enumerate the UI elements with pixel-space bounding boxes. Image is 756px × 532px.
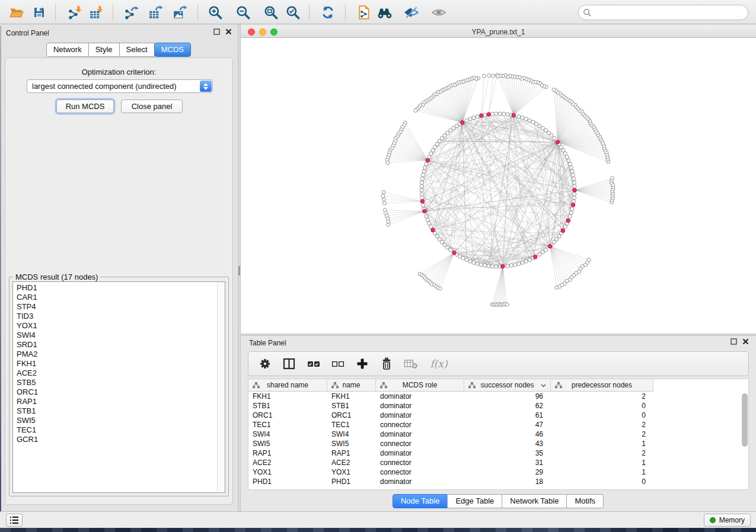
- graph-node[interactable]: [449, 248, 452, 252]
- graph-node[interactable]: [383, 201, 387, 205]
- graph-node[interactable]: [479, 263, 483, 267]
- graph-node[interactable]: [505, 303, 509, 306]
- tab-network[interactable]: Network: [46, 43, 89, 57]
- import-table-icon[interactable]: [88, 4, 106, 21]
- graph-node[interactable]: [386, 161, 390, 165]
- graph-hub-node[interactable]: [501, 265, 505, 269]
- graph-node[interactable]: [502, 112, 506, 116]
- graph-node[interactable]: [476, 115, 479, 118]
- float-panel-icon[interactable]: [213, 28, 220, 35]
- graph-node[interactable]: [472, 116, 476, 120]
- splitter-grip[interactable]: [238, 266, 240, 275]
- graph-node[interactable]: [438, 287, 442, 290]
- graph-node[interactable]: [490, 265, 494, 268]
- graph-node[interactable]: [517, 115, 521, 118]
- export-image-icon[interactable]: [171, 4, 189, 21]
- graph-hub-node[interactable]: [561, 229, 565, 233]
- tab-mcds[interactable]: MCDS: [154, 43, 191, 57]
- memory-button[interactable]: Memory: [704, 514, 751, 527]
- graph-hub-node[interactable]: [420, 200, 425, 204]
- graph-node[interactable]: [573, 185, 576, 188]
- refresh-view-icon[interactable]: [319, 4, 337, 21]
- graph-node[interactable]: [382, 198, 385, 201]
- graph-node[interactable]: [422, 169, 426, 173]
- graph-node[interactable]: [517, 262, 521, 265]
- graph-node[interactable]: [568, 162, 572, 166]
- table-row[interactable]: RAP1RAP1dominator352: [248, 448, 748, 458]
- graph-node[interactable]: [496, 75, 500, 78]
- mcds-result-item[interactable]: PHD1: [13, 283, 216, 293]
- graph-node[interactable]: [509, 264, 513, 267]
- mcds-result-item[interactable]: YOX1: [13, 321, 216, 331]
- graph-node[interactable]: [483, 264, 487, 267]
- graph-node[interactable]: [465, 118, 468, 122]
- close-panel-icon[interactable]: [225, 28, 232, 35]
- graph-node[interactable]: [468, 259, 472, 263]
- graph-hub-node[interactable]: [556, 140, 560, 145]
- graph-node[interactable]: [381, 194, 385, 198]
- graph-node[interactable]: [420, 181, 424, 184]
- graph-node[interactable]: [572, 196, 576, 200]
- graph-node[interactable]: [573, 192, 576, 196]
- zoom-out-icon[interactable]: [234, 4, 252, 21]
- export-table-icon[interactable]: [147, 4, 165, 21]
- graph-node[interactable]: [487, 264, 490, 268]
- graph-node[interactable]: [495, 112, 498, 116]
- table-row[interactable]: PHD1PHD1dominator180: [248, 477, 748, 486]
- graph-node[interactable]: [487, 73, 491, 77]
- export-network-icon[interactable]: [123, 4, 141, 21]
- graph-node[interactable]: [422, 173, 425, 177]
- mcds-result-item[interactable]: PMA2: [13, 350, 216, 359]
- table-row[interactable]: FKH1FKH1dominator962: [248, 392, 748, 401]
- mcds-result-item[interactable]: STB1: [13, 406, 216, 416]
- graph-node[interactable]: [387, 223, 390, 226]
- graph-hub-node[interactable]: [571, 203, 575, 207]
- save-session-icon[interactable]: [30, 4, 48, 21]
- close-panel-button[interactable]: Close panel: [121, 100, 183, 113]
- graph-node[interactable]: [472, 261, 476, 264]
- graph-node[interactable]: [521, 261, 524, 264]
- graph-node[interactable]: [465, 258, 468, 262]
- hide-selected-icon[interactable]: [403, 4, 420, 21]
- column-header-MCDS-role[interactable]: MCDS role: [376, 379, 464, 392]
- table-row[interactable]: SWI4SWI4dominator462: [248, 430, 748, 439]
- column-header-name[interactable]: name: [327, 379, 376, 392]
- table-row[interactable]: ORC1ORC1dominator610: [248, 411, 748, 420]
- graph-hub-node[interactable]: [426, 158, 430, 162]
- mcds-result-item[interactable]: RAP1: [13, 397, 216, 406]
- graph-node[interactable]: [425, 162, 428, 166]
- tab-select[interactable]: Select: [119, 43, 155, 57]
- close-table-panel-icon[interactable]: [742, 338, 749, 345]
- graph-node[interactable]: [587, 258, 591, 262]
- graph-node[interactable]: [429, 152, 433, 155]
- graph-node[interactable]: [572, 181, 576, 184]
- graph-node[interactable]: [458, 255, 461, 258]
- graph-node[interactable]: [422, 204, 425, 207]
- open-file-icon[interactable]: [8, 4, 25, 21]
- graph-node[interactable]: [476, 262, 479, 265]
- graph-node[interactable]: [382, 190, 385, 194]
- graph-hub-node[interactable]: [512, 113, 516, 117]
- graph-node[interactable]: [524, 117, 528, 121]
- table-row[interactable]: STB1STB1dominator620: [248, 401, 748, 411]
- mcds-result-item[interactable]: ACE2: [13, 368, 216, 378]
- graph-node[interactable]: [534, 122, 538, 126]
- search-input[interactable]: [592, 7, 748, 18]
- zoom-selected-icon[interactable]: [284, 4, 302, 21]
- graph-node[interactable]: [498, 112, 502, 116]
- graph-node[interactable]: [572, 177, 576, 181]
- graph-hub-node[interactable]: [452, 251, 457, 255]
- graph-node[interactable]: [426, 218, 429, 222]
- network-canvas[interactable]: [241, 38, 756, 333]
- zoom-in-icon[interactable]: [206, 4, 224, 21]
- list-scrollbar[interactable]: [217, 282, 225, 492]
- function-builder-icon[interactable]: f(x): [428, 357, 449, 371]
- graph-node[interactable]: [420, 188, 423, 192]
- graph-hub-node[interactable]: [487, 113, 491, 117]
- tab-edge-table[interactable]: Edge Table: [447, 494, 502, 508]
- tab-style[interactable]: Style: [88, 43, 120, 57]
- graph-node[interactable]: [531, 120, 535, 124]
- graph-node[interactable]: [524, 259, 528, 263]
- graph-node[interactable]: [506, 264, 509, 268]
- split-panel-icon[interactable]: [282, 357, 296, 371]
